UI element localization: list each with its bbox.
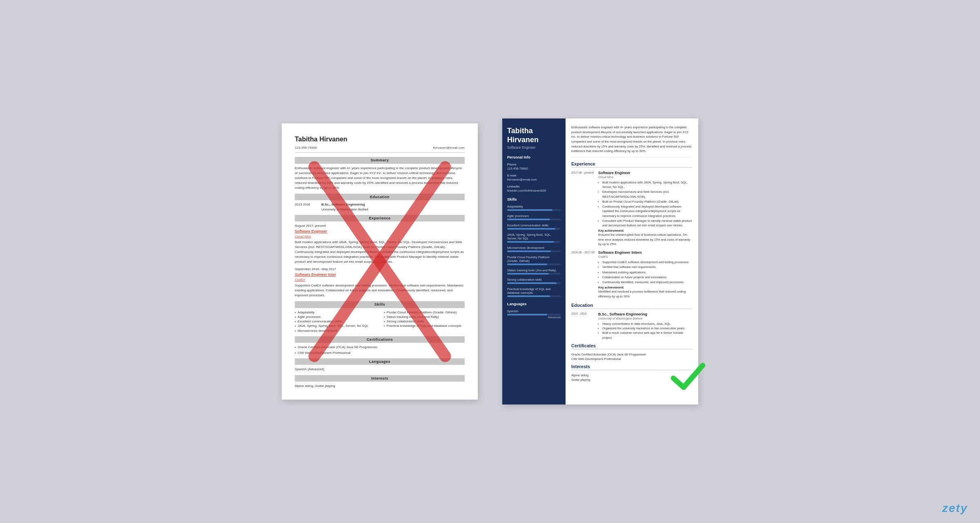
- right-skill-bar-0: Adaptability: [507, 205, 561, 211]
- left-skill-1: Adaptability: [295, 310, 376, 315]
- left-exp2-company: CodEX: [295, 277, 465, 282]
- right-email: thirvanen@email.com: [507, 178, 561, 181]
- left-skill-9: Practical knowledge of SQL and database …: [384, 324, 465, 328]
- right-linkedin: linkedin.com/in/thirvanen600: [507, 189, 561, 192]
- zety-watermark: zety: [942, 502, 968, 515]
- right-skill-bar-8: Practical knowledge of SQL and database …: [507, 287, 561, 297]
- left-skill-6: Pivotal Cloud Foundry Platform (Gradle, …: [384, 310, 465, 315]
- left-lang-heading: Languages: [295, 358, 465, 365]
- left-edu-row: 2013 2016 B.Sc., Software Engineering Un…: [295, 202, 465, 211]
- right-exp2-bullet1: Supported CodEX software development and…: [602, 260, 693, 264]
- left-skill-7: Status tracking tools (Jira and Rally): [384, 315, 465, 319]
- left-summary-heading: Summary: [295, 157, 465, 164]
- right-interest-1: Alpine skiing: [571, 373, 693, 377]
- left-interests-text: Alpine skiing, Guitar playing: [295, 384, 465, 388]
- right-phone: 123-456-78900: [507, 167, 561, 170]
- right-exp1-bullets: Built modern applications with JAVA, Spr…: [598, 180, 693, 228]
- right-edu-heading: Education: [571, 303, 693, 309]
- right-name-line1: Tabitha Hirvanen: [507, 127, 561, 144]
- right-exp2-achievement-label: Key achievement:: [598, 286, 693, 289]
- right-interest-2: Guitar playing: [571, 378, 693, 382]
- right-edu1-degree: B.Sc., Software Engineering: [598, 312, 693, 316]
- left-lang-text: Spanish (Advanced): [295, 367, 465, 371]
- left-exp1-company: Cloud Nine: [295, 234, 465, 239]
- right-exp2-title: Software Engineer Intern: [598, 250, 693, 255]
- left-exp1-date: August 2017–present: [295, 224, 465, 228]
- left-cert-2: CIW Web Development Professional: [295, 351, 465, 355]
- left-skill-5: Microservices development: [295, 329, 376, 333]
- right-edu1-bullets: Heavy concentration in data structures, …: [598, 322, 693, 340]
- left-resume-container: Tabitha Hirvanen 123-456-78900 thirvanen…: [282, 123, 478, 400]
- right-main-content: Enthusiastic software engineer with 4+ y…: [566, 118, 698, 405]
- right-exp2-bullet4: Collaborated on future projects and inno…: [602, 275, 693, 279]
- left-skill-2: Agile processes: [295, 315, 376, 319]
- right-lang-bars: Spanish Advanced: [507, 309, 561, 319]
- right-lang-heading: Languages: [507, 302, 561, 306]
- right-skill-bar-1: Agile processes: [507, 214, 561, 220]
- right-cert-2: CIW Web Development Professional: [571, 357, 693, 361]
- right-exp-entry-1: 2017-08 - present Software Engineer Clou…: [571, 171, 693, 246]
- left-exp-entry-1: August 2017–present Software Engineer Cl…: [295, 224, 465, 264]
- right-resume-container: Tabitha Hirvanen Software Engineer Perso…: [502, 118, 698, 405]
- left-edu-school: University of Washington Bothell: [321, 207, 368, 212]
- left-edu-degree: B.Sc., Software Engineering: [321, 202, 368, 207]
- left-exp2-title: Software Engineer Inter: [295, 272, 465, 277]
- left-skills-grid: Adaptability Agile processes Excellent c…: [295, 310, 465, 333]
- right-exp2-bullet5: Continuously identified, measured, and i…: [602, 280, 693, 284]
- right-interests-heading: Interests: [571, 364, 693, 370]
- right-exp1-body: Software Engineer Cloud Nine Built moder…: [598, 171, 693, 246]
- right-exp-entry-2: 2016-09 - 2017-05 Software Engineer Inte…: [571, 250, 693, 299]
- right-exp1-achievement-label: Key achievement:: [598, 229, 693, 232]
- right-exp1-achievement: Ensured the uninterrupted flow of busine…: [598, 232, 693, 246]
- right-edu1-body: B.Sc., Software Engineering University o…: [598, 312, 693, 340]
- left-exp1-title: Software Engineer: [295, 229, 465, 234]
- right-skill-bar-4: Microservices development: [507, 246, 561, 252]
- right-exp1-company: Cloud Nine: [598, 175, 693, 179]
- right-summary: Enthusiastic software engineer with 4+ y…: [571, 125, 693, 157]
- right-edu1-date: 2014 - 2016: [571, 312, 595, 340]
- left-education-heading: Education: [295, 194, 465, 201]
- right-personal-heading: Personal Info: [507, 155, 561, 159]
- right-exp1-title: Software Engineer: [598, 171, 693, 175]
- right-edu1-bullet2: Organized the university hackathon in tw…: [602, 326, 693, 331]
- left-name: Tabitha Hirvanen: [295, 135, 465, 144]
- right-exp2-body: Software Engineer Intern CodEX Supported…: [598, 250, 693, 299]
- right-exp2-bullet2: Verified that software met requirements.: [602, 265, 693, 269]
- right-skill-bar-7: Strong collaboration skills: [507, 278, 561, 284]
- right-exp1-date: 2017-08 - present: [571, 171, 595, 246]
- right-edu1-school: University of Washington Bothell: [598, 317, 693, 320]
- right-phone-label: Phone: [507, 163, 561, 166]
- right-skill-bar-6: Status tracking tools (Jira and Rally): [507, 268, 561, 275]
- right-skill-bar-5: Pivotal Cloud Foundry Platform (Gradle, …: [507, 255, 561, 265]
- left-interests-heading: Interests: [295, 375, 465, 382]
- right-exp1-bullet1: Built modern applications with JAVA, Spr…: [602, 180, 693, 190]
- right-exp-heading: Experience: [571, 161, 693, 168]
- right-skills-heading: Skills: [507, 197, 561, 201]
- right-exp1-bullet5: Consulted with Product Manager to identi…: [602, 219, 693, 228]
- left-cert-1: Oracle Certified Associate (OCA) Java SE…: [295, 345, 465, 349]
- right-exp2-bullet3: Maintained existing applications.: [602, 270, 693, 275]
- right-exp1-bullet4: Continuously integrated and deployed dev…: [602, 204, 693, 218]
- right-edu1-bullet3: Built a mock customer service web app fo…: [602, 331, 693, 340]
- right-skill-bar-3: JAVA, Spring, Spring Boot, SQL, Server, …: [507, 233, 561, 243]
- right-skill-bar-2: Excellent communication skills: [507, 224, 561, 230]
- right-exp1-bullet2: Developed microservices and Web Services…: [602, 190, 693, 199]
- left-resume-paper: Tabitha Hirvanen 123-456-78900 thirvanen…: [282, 123, 478, 400]
- right-resume-paper: Tabitha Hirvanen Software Engineer Perso…: [502, 118, 698, 405]
- right-exp2-bullets: Supported CodEX software development and…: [598, 260, 693, 284]
- right-sidebar: Tabitha Hirvanen Software Engineer Perso…: [502, 118, 566, 405]
- left-contact-row: 123-456-78900 thirvanen@email.com: [295, 145, 465, 153]
- right-edu-entry-1: 2014 - 2016 B.Sc., Software Engineering …: [571, 312, 693, 340]
- left-skill-4: JAVA, Spring, Spring Boot, SQL, Server, …: [295, 324, 376, 328]
- right-skills-bars: Adaptability Agile processes Excellent c…: [507, 205, 561, 297]
- left-exp-entry-2: September 2016– May 2017 Software Engine…: [295, 267, 465, 298]
- left-exp2-desc: Supported CodEX software development and…: [295, 283, 465, 298]
- right-email-label: E-mail: [507, 174, 561, 177]
- right-cert-1: Oracle Certified Associate (OCA) Java SE…: [571, 353, 693, 356]
- left-summary-text: Enthusiastic software engineer with 4+ y…: [295, 166, 465, 190]
- left-cert-heading: Certifications: [295, 336, 465, 343]
- left-skill-8: Strong collaboration skills: [384, 319, 465, 324]
- left-exp2-date: September 2016– May 2017: [295, 267, 465, 271]
- left-experience-heading: Experience: [295, 215, 465, 222]
- right-title: Software Engineer: [507, 145, 561, 150]
